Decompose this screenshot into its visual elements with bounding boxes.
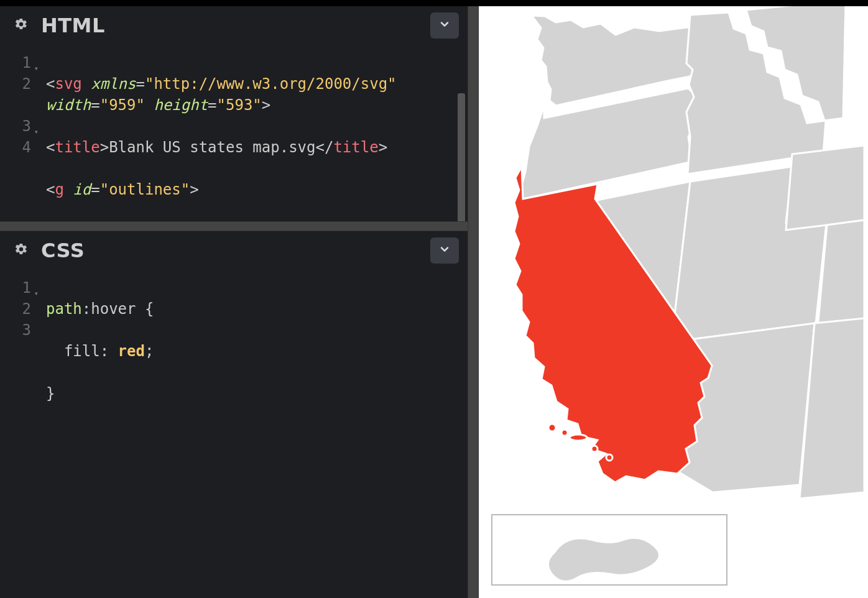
inset-landmass xyxy=(548,538,659,581)
state-ca-island[interactable] xyxy=(591,446,598,452)
line-number: 2 xyxy=(0,298,31,320)
scrollbar-thumb[interactable] xyxy=(458,93,465,221)
line-number: 1 xyxy=(0,277,31,298)
us-map-svg xyxy=(479,6,864,591)
state-or[interactable] xyxy=(520,88,696,199)
state-ca-island[interactable] xyxy=(606,454,612,461)
html-panel-title: HTML xyxy=(41,14,105,37)
html-scrollbar[interactable] xyxy=(458,51,465,213)
state-ca-island[interactable] xyxy=(548,424,556,431)
line-number: 1 xyxy=(0,52,31,73)
gear-icon xyxy=(14,242,28,259)
chevron-down-icon xyxy=(438,18,451,33)
state-ca-island[interactable] xyxy=(570,435,587,441)
html-editor[interactable]: 1 2 3 4 <svg xmlns="http://www.w3.org/20… xyxy=(0,45,468,221)
preview-pane xyxy=(479,6,868,598)
gear-icon xyxy=(14,17,28,34)
line-number: 3 xyxy=(0,116,31,137)
css-code[interactable]: path:hover { fill: red; } xyxy=(35,270,468,598)
html-code[interactable]: <svg xmlns="http://www.w3.org/2000/svg" … xyxy=(35,45,468,221)
html-gutter: 1 2 3 4 xyxy=(0,45,35,221)
css-collapse-button[interactable] xyxy=(430,237,459,264)
chevron-down-icon xyxy=(438,243,451,258)
css-panel: CSS 1 2 3 path:hover { fill: red; } xyxy=(0,231,468,598)
state-wy[interactable] xyxy=(786,145,864,230)
css-panel-title: CSS xyxy=(41,239,85,262)
column-resize-handle[interactable] xyxy=(468,6,479,598)
main-layout: HTML 1 2 3 4 <svg xmlns="http://www.w3.o… xyxy=(0,6,868,598)
html-panel: HTML 1 2 3 4 <svg xmlns="http://www.w3.o… xyxy=(0,6,468,221)
panel-resize-handle[interactable] xyxy=(0,221,468,231)
html-settings-button[interactable] xyxy=(9,13,34,38)
line-number: 2 xyxy=(0,73,31,116)
html-panel-header: HTML xyxy=(0,6,468,45)
window-topbar xyxy=(0,0,868,6)
css-gutter: 1 2 3 xyxy=(0,270,35,598)
css-panel-header: CSS xyxy=(0,231,468,270)
editors-column: HTML 1 2 3 4 <svg xmlns="http://www.w3.o… xyxy=(0,6,468,598)
state-ca-island[interactable] xyxy=(561,430,568,436)
css-settings-button[interactable] xyxy=(9,238,34,263)
line-number: 4 xyxy=(0,137,31,158)
css-editor[interactable]: 1 2 3 path:hover { fill: red; } xyxy=(0,270,468,598)
map-inset-box xyxy=(491,514,727,586)
us-map-preview xyxy=(479,6,868,598)
html-collapse-button[interactable] xyxy=(430,12,459,39)
line-number: 3 xyxy=(0,320,31,341)
